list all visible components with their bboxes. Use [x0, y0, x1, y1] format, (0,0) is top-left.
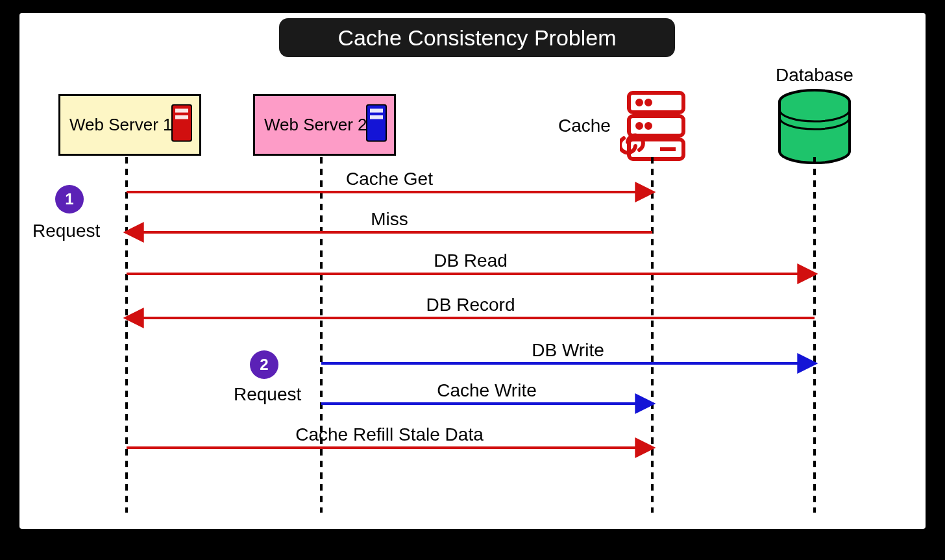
database-icon [776, 88, 853, 168]
server-icon [171, 103, 193, 147]
svg-rect-1 [175, 108, 188, 112]
diagram-title: Cache Consistency Problem [279, 18, 675, 57]
diagram-canvas: Cache Consistency Problem Web Server 1 W… [19, 13, 926, 529]
msg-db-read: DB Read [434, 250, 508, 271]
svg-point-11 [637, 124, 641, 128]
msg-db-write: DB Write [532, 340, 604, 361]
request-2-badge: 2 [250, 350, 278, 379]
actor-web2-label: Web Server 2 [264, 115, 367, 135]
actor-web1-label: Web Server 1 [69, 115, 172, 135]
request-1-label: Request [32, 221, 100, 241]
actor-cache-label: Cache [558, 116, 611, 136]
actor-web-server-1: Web Server 1 [58, 94, 201, 156]
svg-point-9 [637, 101, 641, 104]
svg-rect-2 [175, 115, 188, 119]
msg-miss: Miss [371, 209, 408, 230]
msg-cache-write: Cache Write [437, 380, 537, 401]
msg-db-record: DB Record [426, 295, 515, 315]
request-1-badge: 1 [55, 185, 84, 213]
cache-icon [620, 88, 691, 168]
svg-point-12 [646, 124, 650, 128]
svg-rect-4 [370, 108, 383, 112]
actor-database-label: Database [776, 65, 853, 86]
msg-cache-get: Cache Get [346, 169, 433, 189]
outer-frame: Cache Consistency Problem Web Server 1 W… [0, 0, 945, 560]
actor-web-server-2: Web Server 2 [253, 94, 396, 156]
svg-rect-5 [370, 115, 383, 119]
server-icon [365, 103, 387, 147]
request-2-label: Request [234, 384, 301, 405]
svg-point-10 [646, 101, 650, 104]
msg-cache-refill: Cache Refill Stale Data [295, 424, 483, 445]
